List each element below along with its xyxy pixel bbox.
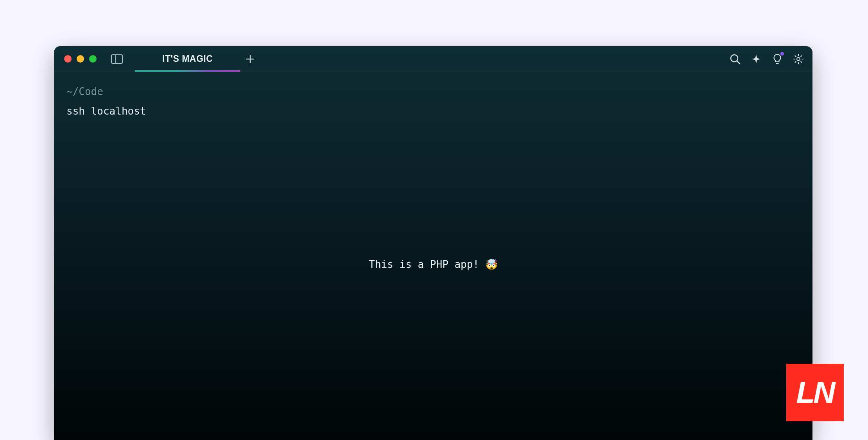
svg-point-7 — [797, 57, 800, 61]
settings-button[interactable] — [792, 53, 805, 65]
tab-title: IT'S MAGIC — [162, 54, 213, 64]
hints-bulb-button[interactable] — [771, 53, 784, 65]
maximize-window-button[interactable] — [89, 55, 97, 63]
tab-active-indicator — [135, 70, 240, 72]
notification-dot — [780, 52, 784, 56]
tab-active[interactable]: IT'S MAGIC — [135, 46, 240, 72]
new-tab-button[interactable] — [244, 53, 256, 65]
close-window-button[interactable] — [64, 55, 72, 63]
split-panel-button[interactable] — [111, 53, 123, 65]
logo-badge: LN — [786, 364, 844, 421]
minimize-window-button[interactable] — [77, 55, 84, 63]
command-line: ssh localhost — [66, 103, 800, 120]
logo-text: LN — [796, 375, 834, 410]
svg-rect-0 — [111, 55, 122, 63]
ai-sparkle-button[interactable] — [750, 53, 762, 65]
titlebar: IT'S MAGIC — [54, 46, 812, 72]
search-button[interactable] — [729, 53, 741, 65]
svg-line-5 — [737, 61, 740, 64]
traffic-lights — [54, 55, 97, 63]
terminal-window: IT'S MAGIC — [54, 46, 812, 440]
terminal-body[interactable]: ~/Code ssh localhost — [54, 72, 812, 131]
tabs: IT'S MAGIC — [135, 46, 240, 72]
titlebar-right-icons — [729, 46, 805, 72]
center-message: This is a PHP app! 🤯 — [369, 259, 497, 270]
prompt-path: ~/Code — [66, 84, 800, 100]
